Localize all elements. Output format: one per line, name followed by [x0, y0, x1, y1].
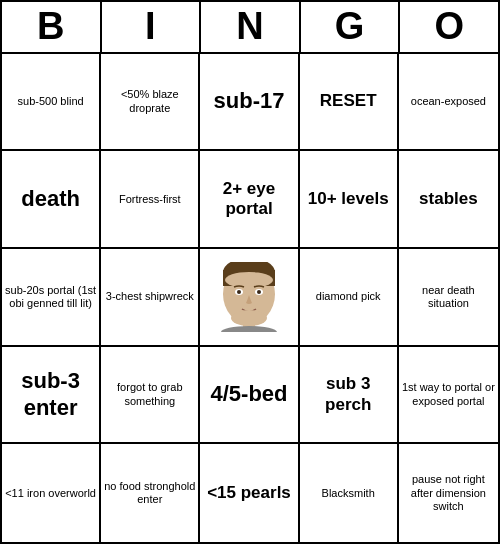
cell-text-20: <11 iron overworld [5, 487, 96, 500]
bingo-cell-3: RESET [300, 54, 399, 152]
bingo-cell-10: sub-20s portal (1st obi genned till lit) [2, 249, 101, 347]
cell-text-11: 3-chest shipwreck [106, 290, 194, 303]
cell-text-6: Fortress-first [119, 193, 181, 206]
cell-text-15: sub-3 enter [5, 368, 96, 421]
bingo-cell-16: forgot to grab something [101, 347, 200, 445]
bingo-cell-11: 3-chest shipwreck [101, 249, 200, 347]
cell-text-14: near death situation [402, 284, 495, 310]
bingo-cell-13: diamond pick [300, 249, 399, 347]
bingo-cell-0: sub-500 blind [2, 54, 101, 152]
cell-text-9: stables [419, 189, 478, 209]
svg-point-3 [225, 272, 273, 288]
cell-text-8: 10+ levels [308, 189, 389, 209]
cell-text-17: 4/5-bed [210, 381, 287, 407]
cell-text-0: sub-500 blind [18, 95, 84, 108]
cell-text-13: diamond pick [316, 290, 381, 303]
bingo-cell-21: no food stronghold enter [101, 444, 200, 542]
cell-text-3: RESET [320, 91, 377, 111]
bingo-cell-18: sub 3 perch [300, 347, 399, 445]
bingo-grid: sub-500 blind<50% blaze dropratesub-17RE… [2, 54, 498, 542]
bingo-cell-20: <11 iron overworld [2, 444, 101, 542]
bingo-cell-7: 2+ eye portal [200, 151, 299, 249]
bingo-cell-1: <50% blaze droprate [101, 54, 200, 152]
header-letter-i: I [102, 2, 202, 52]
cell-text-24: pause not right after dimension switch [402, 473, 495, 513]
bingo-cell-6: Fortress-first [101, 151, 200, 249]
bingo-cell-19: 1st way to portal or exposed portal [399, 347, 498, 445]
header-letter-g: G [301, 2, 401, 52]
bingo-cell-22: <15 pearls [200, 444, 299, 542]
header-letter-b: B [2, 2, 102, 52]
cell-text-23: Blacksmith [322, 487, 375, 500]
bingo-cell-24: pause not right after dimension switch [399, 444, 498, 542]
bingo-header: BINGO [2, 2, 498, 54]
bingo-cell-2: sub-17 [200, 54, 299, 152]
svg-point-6 [237, 290, 241, 294]
cell-text-16: forgot to grab something [104, 381, 195, 407]
svg-point-10 [221, 326, 277, 332]
cell-text-10: sub-20s portal (1st obi genned till lit) [5, 284, 96, 310]
bingo-cell-17: 4/5-bed [200, 347, 299, 445]
cell-text-18: sub 3 perch [303, 374, 394, 415]
face-image [214, 262, 284, 332]
cell-text-19: 1st way to portal or exposed portal [402, 381, 495, 407]
bingo-cell-23: Blacksmith [300, 444, 399, 542]
cell-text-21: no food stronghold enter [104, 480, 195, 506]
bingo-cell-8: 10+ levels [300, 151, 399, 249]
header-letter-n: N [201, 2, 301, 52]
bingo-cell-15: sub-3 enter [2, 347, 101, 445]
bingo-cell-9: stables [399, 151, 498, 249]
cell-text-4: ocean-exposed [411, 95, 486, 108]
bingo-cell-5: death [2, 151, 101, 249]
cell-text-7: 2+ eye portal [203, 179, 294, 220]
header-letter-o: O [400, 2, 498, 52]
bingo-cell-12 [200, 249, 299, 347]
svg-point-7 [257, 290, 261, 294]
cell-text-1: <50% blaze droprate [104, 88, 195, 114]
bingo-cell-14: near death situation [399, 249, 498, 347]
cell-text-22: <15 pearls [207, 483, 291, 503]
bingo-card: BINGO sub-500 blind<50% blaze dropratesu… [0, 0, 500, 544]
bingo-cell-4: ocean-exposed [399, 54, 498, 152]
cell-text-5: death [21, 186, 80, 212]
cell-text-2: sub-17 [214, 88, 285, 114]
